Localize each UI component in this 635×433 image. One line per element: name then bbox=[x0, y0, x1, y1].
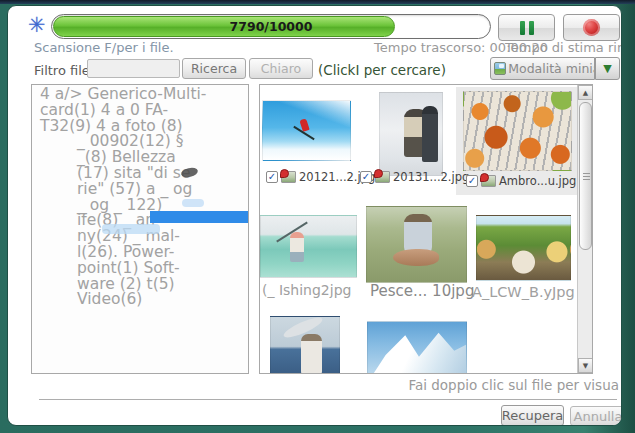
search-button[interactable]: Ricerca bbox=[182, 58, 246, 79]
thumbnail-image-picnic[interactable] bbox=[476, 215, 571, 281]
clear-button[interactable]: Chiaro bbox=[249, 58, 313, 79]
arrow-up-icon: ▲ bbox=[583, 89, 588, 97]
thumbnail-image-fish-catch[interactable] bbox=[366, 206, 467, 283]
remaining-time-text: Tempo di stima rimasto alle bbox=[505, 40, 622, 55]
scrollbar-grip-icon bbox=[583, 173, 590, 174]
app-frame: ✳ 7790/10000 Scansione F/per i file. Tem… bbox=[0, 0, 635, 433]
folder-tree-panel[interactable]: 4 a/> Generico-Multi- card(1) 4 a 0 FA- … bbox=[31, 84, 249, 374]
image-file-icon bbox=[481, 175, 496, 187]
thumbnail-image-snowboarders[interactable] bbox=[379, 92, 443, 176]
tree-artifact bbox=[182, 199, 204, 207]
thumbnail-caption: ✓ Ambro...u.jpg bbox=[466, 174, 576, 188]
file-filter-label: Filtro file: bbox=[34, 63, 94, 78]
scan-progress-bar: 7790/10000 bbox=[51, 14, 491, 39]
pause-button[interactable] bbox=[498, 14, 555, 41]
recovery-window: ✳ 7790/10000 Scansione F/per i file. Tem… bbox=[7, 5, 622, 426]
image-file-icon bbox=[375, 171, 390, 183]
thumbnail-caption: (_ Ishing2jpg bbox=[262, 282, 351, 298]
thumbnail-caption: Pesce... 10jpg bbox=[370, 282, 474, 300]
view-mode-label: Modalità miniature bbox=[508, 61, 594, 76]
image-file-icon bbox=[281, 171, 296, 183]
footer-separator bbox=[39, 399, 617, 401]
file-checkbox[interactable]: ✓ bbox=[266, 171, 278, 183]
file-filter-input[interactable] bbox=[87, 59, 180, 78]
chevron-down-icon: ▼ bbox=[603, 62, 611, 75]
file-name[interactable]: Pesce... 10jpg bbox=[370, 282, 474, 300]
cancel-button[interactable]: Annulla bbox=[570, 406, 622, 426]
scan-status-text: Scansione F/per i file. bbox=[34, 40, 174, 55]
scroll-up-button[interactable]: ▲ bbox=[578, 85, 593, 100]
stop-icon bbox=[583, 19, 600, 36]
view-mode-dropdown-arrow[interactable]: ▼ bbox=[595, 57, 620, 80]
pause-icon bbox=[520, 21, 534, 35]
tree-line[interactable]: Video(6) bbox=[32, 292, 248, 308]
thumbnail-image-mountain[interactable] bbox=[367, 321, 467, 374]
thumbnail-image-boat-fish[interactable] bbox=[270, 316, 340, 374]
scroll-down-button[interactable]: ▼ bbox=[578, 358, 593, 373]
thumbnail-image-barbecue[interactable] bbox=[463, 91, 572, 171]
thumbnail-scrollbar[interactable]: ▲ ▼ bbox=[577, 85, 592, 373]
double-click-hint-text: Fai doppio clic sul file per visua bbox=[408, 377, 619, 393]
file-name[interactable]: (_ Ishing2jpg bbox=[262, 282, 351, 298]
scanning-spinner-icon: ✳ bbox=[28, 13, 46, 37]
stop-button[interactable] bbox=[563, 14, 620, 41]
scan-progress-label: 7790/10000 bbox=[52, 15, 490, 38]
thumbnail-mode-icon bbox=[494, 62, 506, 75]
scrollbar-thumb[interactable] bbox=[579, 102, 592, 250]
view-mode-dropdown[interactable]: Modalità miniature bbox=[490, 57, 595, 80]
file-checkbox[interactable]: ✓ bbox=[360, 171, 372, 183]
thumbnail-image-skier[interactable] bbox=[262, 100, 351, 161]
file-checkbox[interactable]: ✓ bbox=[466, 175, 478, 187]
search-hint-text: (ClickI per cercare) bbox=[318, 62, 446, 78]
recover-button[interactable]: Recupera bbox=[501, 405, 564, 426]
tree-selection-highlight[interactable] bbox=[150, 211, 249, 223]
thumbnail-image-fly-fishing[interactable] bbox=[260, 215, 357, 278]
thumbnail-caption: ✓ 20121...2.jpg bbox=[266, 170, 375, 184]
file-name[interactable]: Ambro...u.jpg bbox=[499, 174, 576, 188]
file-name[interactable]: 20131...2.jpg bbox=[393, 170, 469, 184]
tree-artifact bbox=[102, 224, 160, 234]
thumbnail-caption: A_LCW_B.yJpg bbox=[472, 284, 575, 300]
file-name[interactable]: A_LCW_B.yJpg bbox=[472, 284, 575, 300]
thumbnail-caption: ✓ 20131...2.jpg bbox=[360, 170, 469, 184]
thumbnail-grid-panel[interactable]: ✓ 20121...2.jpg ✓ 20131...2.jpg ✓ Ambro.… bbox=[259, 84, 593, 374]
arrow-down-icon: ▼ bbox=[583, 362, 588, 370]
